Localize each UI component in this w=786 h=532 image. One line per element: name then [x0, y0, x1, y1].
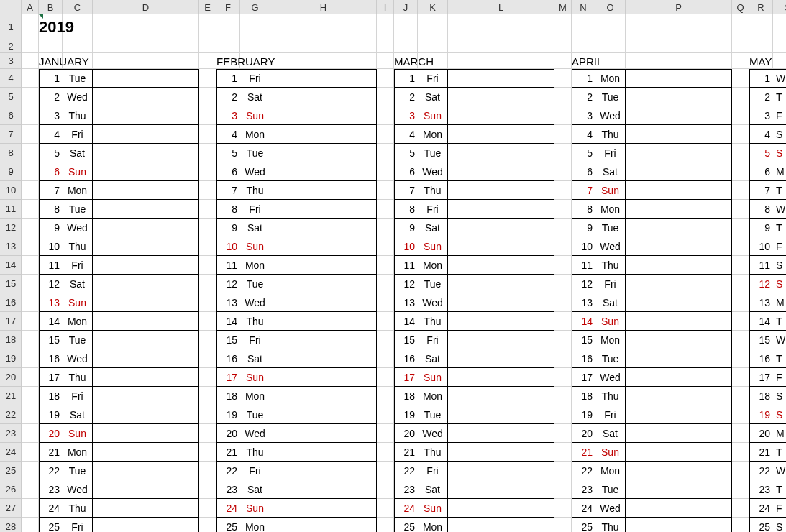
day-event-cell[interactable] — [93, 69, 199, 88]
day-number[interactable]: 24 — [572, 499, 595, 518]
day-number[interactable]: 13 — [394, 293, 418, 312]
day-number[interactable]: 20 — [572, 424, 595, 443]
day-event-cell[interactable] — [270, 405, 377, 424]
day-weekday[interactable]: Fri — [595, 275, 626, 293]
day-event-cell[interactable] — [93, 106, 199, 125]
day-event-cell[interactable] — [626, 125, 732, 144]
day-row[interactable]: 21Sun — [572, 443, 732, 462]
day-number[interactable]: 11 — [39, 256, 63, 275]
day-weekday[interactable]: Mon — [240, 256, 270, 275]
day-weekday[interactable]: Sun — [240, 106, 270, 125]
day-row[interactable]: 8W — [749, 200, 786, 219]
day-row[interactable]: 16Wed — [39, 349, 199, 368]
day-number[interactable]: 18 — [749, 387, 773, 405]
day-number[interactable]: 9 — [572, 219, 595, 237]
day-row[interactable]: 8Mon — [572, 200, 732, 219]
day-weekday[interactable]: M — [773, 424, 786, 443]
day-weekday[interactable]: S — [773, 256, 786, 275]
day-event-cell[interactable] — [448, 293, 554, 312]
day-weekday[interactable]: Fri — [63, 256, 93, 275]
day-weekday[interactable]: Tue — [240, 275, 270, 293]
day-event-cell[interactable] — [448, 312, 554, 331]
day-weekday[interactable]: Mon — [63, 443, 93, 462]
day-row[interactable]: 5Tue — [216, 144, 377, 162]
day-event-cell[interactable] — [93, 424, 199, 443]
day-number[interactable]: 18 — [39, 387, 63, 405]
day-event-cell[interactable] — [93, 368, 199, 387]
column-header-F[interactable]: F — [216, 0, 240, 14]
day-weekday[interactable]: Wed — [418, 293, 448, 312]
day-row[interactable]: 8Fri — [216, 200, 377, 219]
day-event-cell[interactable] — [93, 499, 199, 518]
day-weekday[interactable]: Wed — [418, 424, 448, 443]
day-row[interactable]: 16Tue — [572, 349, 732, 368]
day-event-cell[interactable] — [626, 331, 732, 349]
day-number[interactable]: 5 — [572, 144, 595, 162]
day-row[interactable]: 2Tue — [572, 88, 732, 106]
day-event-cell[interactable] — [270, 480, 377, 499]
day-number[interactable]: 15 — [572, 331, 595, 349]
day-weekday[interactable]: Sun — [240, 368, 270, 387]
day-weekday[interactable]: Sun — [63, 293, 93, 312]
day-row[interactable]: 2T — [749, 88, 786, 106]
day-row[interactable]: 18Thu — [572, 387, 732, 405]
day-number[interactable]: 10 — [572, 237, 595, 256]
day-weekday[interactable]: Mon — [595, 200, 626, 219]
day-weekday[interactable]: Sat — [63, 275, 93, 293]
day-number[interactable]: 24 — [216, 499, 240, 518]
day-number[interactable]: 9 — [394, 219, 418, 237]
day-row[interactable]: 1Tue — [39, 69, 199, 88]
day-row[interactable]: 4Fri — [39, 125, 199, 144]
day-weekday[interactable]: Sun — [418, 106, 448, 125]
day-row[interactable]: 20Wed — [216, 424, 377, 443]
day-event-cell[interactable] — [93, 518, 199, 532]
day-number[interactable]: 21 — [216, 443, 240, 462]
day-number[interactable]: 14 — [216, 312, 240, 331]
day-weekday[interactable]: M — [773, 293, 786, 312]
day-number[interactable]: 25 — [394, 518, 418, 532]
day-number[interactable]: 1 — [394, 69, 418, 88]
day-weekday[interactable]: Sat — [595, 162, 626, 181]
day-weekday[interactable]: Sun — [595, 443, 626, 462]
day-event-cell[interactable] — [626, 88, 732, 106]
day-weekday[interactable]: Thu — [595, 387, 626, 405]
day-weekday[interactable]: Sat — [595, 424, 626, 443]
day-number[interactable]: 25 — [39, 518, 63, 532]
day-row[interactable]: 23Tue — [572, 480, 732, 499]
day-weekday[interactable]: Fri — [418, 331, 448, 349]
day-event-cell[interactable] — [626, 256, 732, 275]
day-event-cell[interactable] — [448, 237, 554, 256]
day-row[interactable]: 11Mon — [394, 256, 554, 275]
day-event-cell[interactable] — [93, 275, 199, 293]
day-number[interactable]: 14 — [394, 312, 418, 331]
day-row[interactable]: 14Sun — [572, 312, 732, 331]
day-number[interactable]: 22 — [216, 462, 240, 480]
row-header-9[interactable]: 9 — [0, 162, 22, 181]
day-number[interactable]: 3 — [39, 106, 63, 125]
day-number[interactable]: 4 — [749, 125, 773, 144]
day-number[interactable]: 10 — [39, 237, 63, 256]
day-event-cell[interactable] — [626, 424, 732, 443]
day-number[interactable]: 13 — [216, 293, 240, 312]
day-row[interactable]: 2Sat — [216, 88, 377, 106]
day-row[interactable]: 23Sat — [394, 480, 554, 499]
day-weekday[interactable]: F — [773, 499, 786, 518]
day-weekday[interactable]: Fri — [418, 200, 448, 219]
day-number[interactable]: 7 — [216, 181, 240, 200]
day-row[interactable]: 20Sat — [572, 424, 732, 443]
day-event-cell[interactable] — [270, 312, 377, 331]
day-weekday[interactable]: T — [773, 219, 786, 237]
day-weekday[interactable]: S — [773, 518, 786, 532]
day-event-cell[interactable] — [93, 480, 199, 499]
row-header-14[interactable]: 14 — [0, 256, 22, 275]
day-weekday[interactable]: Fri — [63, 125, 93, 144]
column-header-A[interactable]: A — [22, 0, 39, 14]
day-row[interactable]: 1Mon — [572, 69, 732, 88]
day-row[interactable]: 5S — [749, 144, 786, 162]
day-row[interactable]: 6Sun — [39, 162, 199, 181]
day-row[interactable]: 25Fri — [39, 518, 199, 532]
day-row[interactable]: 7Thu — [394, 181, 554, 200]
day-number[interactable]: 19 — [39, 405, 63, 424]
day-weekday[interactable]: Fri — [63, 518, 93, 532]
day-weekday[interactable]: Thu — [418, 443, 448, 462]
